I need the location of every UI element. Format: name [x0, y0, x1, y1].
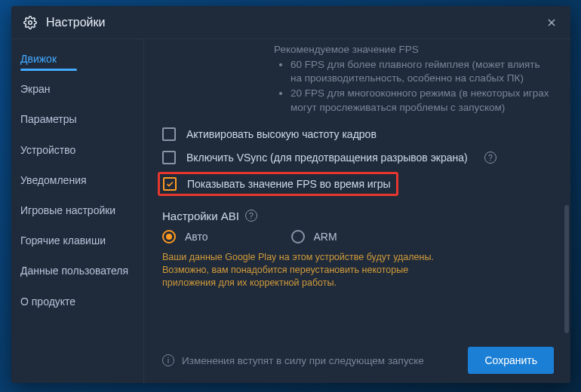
abi-title-text: Настройки ABI — [162, 210, 239, 222]
content-panel: Рекомендуемое значение FPS 60 FPS для бо… — [144, 39, 570, 383]
close-button[interactable] — [545, 16, 558, 29]
modal-header: Настройки — [11, 6, 570, 39]
sidebar-item-notifications[interactable]: Уведомления — [11, 165, 143, 195]
fps-recommend-title: Рекомендуемое значение FPS — [274, 44, 554, 55]
settings-modal: Настройки Движок Экран Параметры Устройс… — [11, 6, 570, 383]
checkbox-icon — [163, 177, 177, 191]
checkbox-icon — [162, 151, 176, 164]
sidebar-item-engine[interactable]: Движок — [11, 44, 143, 74]
sidebar-item-preferences[interactable]: Параметры — [11, 104, 143, 134]
abi-radio-arm[interactable]: ARM — [291, 230, 337, 243]
help-icon[interactable]: ? — [484, 152, 496, 164]
abi-warning: Ваши данные Google Play на этом устройст… — [162, 251, 434, 289]
abi-section-title: Настройки ABI ? — [162, 210, 554, 222]
svg-point-0 — [29, 20, 32, 24]
show-fps-label: Показывать значение FPS во время игры — [187, 178, 391, 190]
footer: i Изменения вступят в силу при следующем… — [162, 347, 554, 374]
high-fps-label: Активировать высокую частоту кадров — [186, 128, 377, 140]
sidebar-item-display[interactable]: Экран — [11, 74, 143, 104]
sidebar: Движок Экран Параметры Устройство Уведом… — [11, 39, 144, 383]
fps-bullet: 20 FPS для многооконного режима (в некот… — [290, 87, 554, 114]
radio-label: Авто — [185, 231, 208, 243]
show-fps-row[interactable]: Показывать значение FPS во время игры — [158, 172, 398, 196]
sidebar-item-device[interactable]: Устройство — [11, 135, 143, 165]
sidebar-item-game-settings[interactable]: Игровые настройки — [11, 195, 143, 225]
radio-icon — [291, 230, 305, 243]
vsync-label: Включить VSync (для предотвращения разры… — [186, 152, 468, 164]
fps-bullet: 60 FPS для более плавного геймплея (може… — [290, 58, 554, 85]
checkbox-icon — [162, 127, 176, 141]
save-button[interactable]: Сохранить — [468, 347, 554, 374]
scrollbar-thumb[interactable] — [564, 205, 569, 333]
sidebar-item-user-data[interactable]: Данные пользователя — [11, 256, 143, 286]
vsync-row[interactable]: Включить VSync (для предотвращения разры… — [162, 149, 554, 167]
radio-icon — [162, 230, 176, 243]
info-icon: i — [162, 354, 174, 366]
help-icon[interactable]: ? — [245, 210, 257, 222]
high-fps-row[interactable]: Активировать высокую частоту кадров — [162, 125, 554, 143]
modal-title: Настройки — [46, 16, 105, 29]
fps-recommend-list: 60 FPS для более плавного геймплея (може… — [290, 58, 554, 115]
abi-radio-auto[interactable]: Авто — [162, 230, 208, 243]
sidebar-item-shortcuts[interactable]: Горячие клавиши — [11, 225, 143, 256]
gear-icon — [23, 16, 37, 29]
abi-radio-group: Авто ARM — [162, 230, 554, 243]
radio-label: ARM — [314, 231, 337, 243]
sidebar-item-about[interactable]: О продукте — [11, 286, 143, 317]
restart-notice: Изменения вступят в силу при следующем з… — [182, 355, 424, 366]
